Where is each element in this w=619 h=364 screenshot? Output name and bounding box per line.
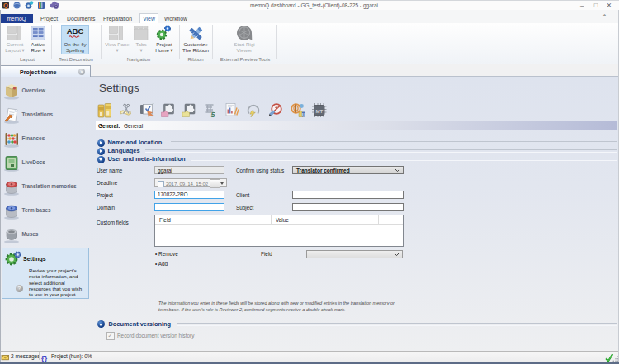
svg-text:U: U (302, 112, 305, 117)
svg-text:}: } (45, 354, 47, 362)
svg-text:Q: Q (3, 2, 8, 9)
svg-text:ABC: ABC (67, 26, 84, 35)
svg-text:MT: MT (315, 109, 323, 114)
svg-text:5: 5 (211, 111, 216, 119)
